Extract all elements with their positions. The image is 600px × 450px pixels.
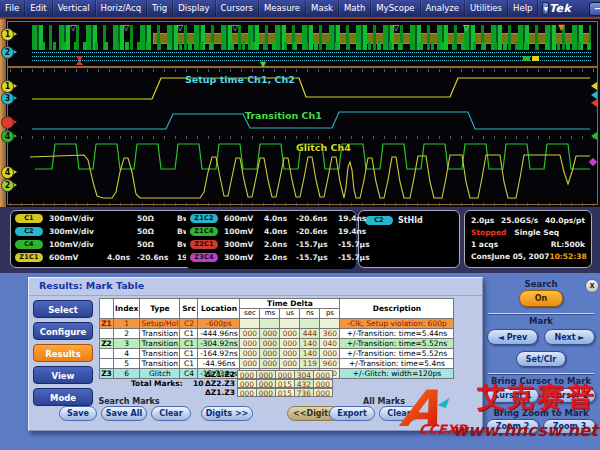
channel-position-marker-4[interactable]: 4	[1, 166, 14, 179]
overview-zoom-marker[interactable]	[532, 56, 539, 61]
overview-zoom-marker[interactable]	[523, 56, 530, 61]
zoom2-button[interactable]: Zoom 2	[486, 419, 539, 434]
menu-item-math[interactable]: Math	[339, 0, 371, 17]
search-mark-triangle: ▽	[177, 24, 183, 32]
channel-badge-c4[interactable]: C4	[15, 240, 43, 249]
channel-position-marker-4[interactable]: 4	[1, 130, 14, 143]
mark-table-row[interactable]: 5TransitionC1-44.96ns000000000119960+/-T…	[100, 359, 454, 369]
readout-value: -20.6ns	[296, 214, 338, 223]
col-header-time-delta: Time Delta	[240, 299, 340, 309]
trigger-indicator-triangle: ▼	[558, 24, 564, 32]
readout-value: 600mV	[224, 214, 264, 223]
col-header-zone	[100, 299, 114, 319]
menu-item-measure[interactable]: Measure	[259, 0, 306, 17]
timebase-value: 2.0µs	[471, 216, 494, 225]
tab-configure[interactable]: Configure	[33, 322, 93, 340]
trigger-type-label: StHld	[398, 216, 423, 225]
channel-badge-z1c2[interactable]: Z1C2	[190, 214, 218, 223]
menu-item-edit[interactable]: Edit	[25, 0, 52, 17]
channel-position-marker-3[interactable]: 3	[1, 92, 14, 105]
readout-value: 50Ω	[137, 227, 177, 236]
search-marks-label: Search Marks	[69, 397, 189, 406]
menu-item-cursors[interactable]: Cursors	[216, 0, 259, 17]
minimize-button[interactable]: —	[589, 2, 600, 16]
mark-table-row[interactable]: 4TransitionC1-164.92ns000000000140000+/-…	[100, 349, 454, 359]
tab-select[interactable]: Select	[33, 300, 93, 318]
menu-overflow-button[interactable]: ▼	[542, 2, 549, 15]
menu-item-trig[interactable]: Trig	[147, 0, 173, 17]
col-subheader-ms: ms	[260, 309, 280, 319]
zoom-position-triangle: ▼	[260, 61, 266, 69]
menu-item-help[interactable]: Help	[508, 0, 538, 17]
trace-edge-marker	[587, 99, 597, 107]
col-header-description: Description	[340, 299, 454, 319]
menu-item-display[interactable]: Display	[173, 0, 215, 17]
cursor1-button[interactable]: Cursor 1	[486, 388, 539, 403]
search-on-button[interactable]: On	[519, 290, 563, 307]
bring-zoom-label: Bring Zoom to Mark	[482, 408, 600, 418]
set-clear-mark-button[interactable]: Set/Clr	[516, 351, 566, 367]
zoom3-button[interactable]: Zoom 3	[543, 419, 596, 434]
digits-forward-button[interactable]: Digits >>	[201, 406, 253, 421]
channel-position-marker[interactable]	[1, 116, 14, 129]
channel-badge-z1c1[interactable]: Z1C1	[15, 253, 43, 262]
annotation-setup-time: Setup time Ch1, Ch2	[185, 74, 295, 85]
channel-badge-z3c4[interactable]: Z3C4	[190, 253, 218, 262]
readout-value: 50Ω	[137, 240, 177, 249]
readout-value: 300mV	[224, 253, 264, 262]
mark-table-row[interactable]: 2TransitionC1-444.96ns000000000444360+/-…	[100, 329, 454, 339]
menu-item-file[interactable]: File	[0, 0, 25, 17]
record-length: RL:500k	[551, 240, 585, 249]
acquisition-mode: Single Seq	[514, 228, 559, 237]
resolution-value: 40.0ps/pt	[545, 216, 585, 225]
export-button[interactable]: Export	[329, 406, 375, 421]
prev-mark-button[interactable]: ◄ Prev	[487, 329, 538, 345]
clear-search-marks-button[interactable]: Clear	[151, 406, 191, 421]
menu-item-utilities[interactable]: Utilities	[465, 0, 508, 17]
mark-table: Index Type Src Location Time Delta Descr…	[99, 298, 454, 379]
save-button[interactable]: Save	[59, 406, 97, 421]
zoom-readouts: Z1C2600mV4.0ns-20.6ns19.4nsZ1C4100mV4.0n…	[186, 211, 356, 269]
channel-position-marker-1[interactable]: 1	[1, 28, 14, 41]
clear-all-marks-button[interactable]: Clear	[379, 406, 419, 421]
tek-logo: Tek	[549, 2, 571, 15]
menu-item-analyze[interactable]: Analyze	[421, 0, 466, 17]
col-header-src: Src	[180, 299, 198, 319]
readout-value: 300mV/div	[49, 214, 107, 223]
col-subheader-sec: sec	[240, 309, 260, 319]
save-all-button[interactable]: Save All	[101, 406, 147, 421]
mark-table-row[interactable]: Z23TransitionC1-304.92ns000000000140040+…	[100, 339, 454, 349]
channel-position-marker-2[interactable]: 2	[1, 179, 14, 192]
oscilloscope-screen: FileEditVerticalHoriz/AcqTrigDisplayCurs…	[0, 0, 600, 450]
tab-view[interactable]: View	[33, 366, 93, 384]
annotation-transition: Transition Ch1	[245, 110, 322, 121]
search-mark-triangle: ▽	[463, 24, 469, 32]
cursor2-button[interactable]: Cursor 2	[543, 388, 596, 403]
search-label: Search	[482, 279, 600, 289]
menu-item-myscope[interactable]: MyScope	[371, 0, 420, 17]
tab-results[interactable]: Results	[33, 344, 93, 362]
readout-value: 4.0ns	[264, 214, 296, 223]
trace-edge-marker	[587, 91, 597, 99]
trace-edge-marker	[587, 82, 597, 90]
readout-value: -20.6ns	[137, 253, 177, 262]
mark-table-row[interactable]: Z11Setup/HolC2-600ps-Clk, Setup violatio…	[100, 319, 454, 329]
channel-position-marker-2[interactable]: 2	[1, 46, 14, 59]
menu-item-mask[interactable]: Mask	[306, 0, 339, 17]
next-mark-button[interactable]: Next ►	[544, 329, 595, 345]
divider	[488, 313, 594, 314]
waveform-display: Setup time Ch1, Ch2 Transition Ch1 Glitc…	[0, 17, 600, 207]
channel-badge-z1c4[interactable]: Z1C4	[190, 227, 218, 236]
search-mark-triangle: ▽	[393, 24, 399, 32]
channel-badge-c1[interactable]: C1	[15, 214, 43, 223]
menu-item-horizacq[interactable]: Horiz/Acq	[96, 0, 148, 17]
channel-badge-c2[interactable]: C2	[15, 227, 43, 236]
col-header-type: Type	[140, 299, 180, 319]
readout-value: -15.7µs	[296, 253, 338, 262]
search-mark-triangle: ▽	[123, 24, 129, 32]
menu-item-vertical[interactable]: Vertical	[53, 0, 96, 17]
readout-value: 19.4ns	[338, 214, 376, 223]
channel-badge-z2c1[interactable]: Z2C1	[190, 240, 218, 249]
readout-value: -15.7µs	[296, 240, 338, 249]
col-subheader-us: us	[280, 309, 300, 319]
